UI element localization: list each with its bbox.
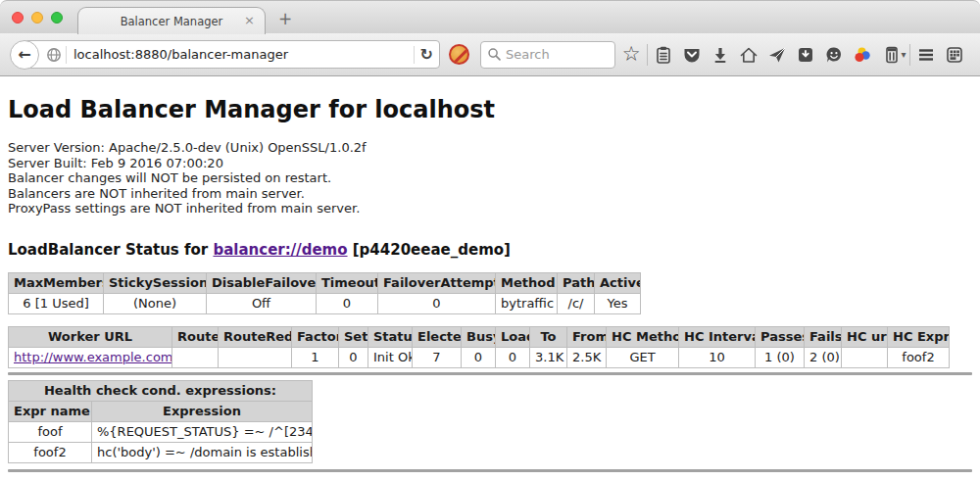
back-button[interactable]: ←	[10, 40, 39, 70]
colored-dots-extension-icon[interactable]	[850, 42, 875, 68]
close-window-button[interactable]	[12, 12, 24, 24]
bookmark-star-icon[interactable]: ☆	[618, 42, 644, 68]
status-heading-prefix: LoadBalancer Status for	[8, 241, 213, 259]
column-header: HC uri	[842, 326, 888, 347]
column-header: To	[530, 326, 567, 347]
tab-balancer-manager[interactable]: Balancer Manager ×	[77, 7, 266, 34]
table-header-row: MaxMembers StickySession DisableFailover…	[9, 272, 641, 293]
toolbar-divider	[909, 44, 910, 66]
table-header-row: Worker URL Route RouteRedir Factor Set S…	[9, 326, 950, 347]
cell-factor: 1	[292, 347, 339, 367]
column-header: Route	[172, 326, 219, 347]
column-header: Passes	[756, 326, 805, 347]
horizontal-rule	[8, 372, 972, 375]
balancer-demo-link[interactable]: balancer://demo	[213, 241, 347, 259]
proxypass-notice-line: ProxyPass settings are NOT inherited fro…	[8, 201, 980, 216]
column-header: Expr name	[9, 401, 92, 421]
traffic-lights	[12, 12, 63, 24]
site-identity-globe-icon[interactable]	[46, 47, 62, 63]
cell-expr-name: foof	[9, 421, 92, 442]
cell-set: 0	[339, 347, 368, 367]
cell-routeredir	[219, 347, 292, 367]
cell-hc-method: GET	[607, 347, 679, 367]
column-header: Factor	[292, 326, 339, 347]
search-icon[interactable]	[487, 47, 502, 62]
minimize-window-button[interactable]	[31, 12, 43, 24]
cell-status: Init Ok	[368, 347, 413, 367]
new-tab-button[interactable]: +	[278, 9, 292, 28]
column-header: Status	[368, 326, 413, 347]
hamburger-menu-icon[interactable]	[913, 42, 939, 68]
table-header-row: Expr name Expression	[9, 401, 313, 421]
reading-list-clipboard-icon[interactable]	[651, 42, 676, 68]
back-arrow-icon: ←	[18, 45, 30, 64]
cell-hc-expr: foof2	[888, 347, 950, 367]
cell-maxmembers: 6 [1 Used]	[9, 293, 104, 313]
column-header: Expression	[92, 401, 313, 421]
titlebar: Balancer Manager × +	[0, 0, 980, 33]
urlbar-divider	[66, 46, 67, 64]
download-box-extension-icon[interactable]	[793, 42, 818, 68]
url-input[interactable]: localhost:8880/balancer-manager	[74, 47, 408, 62]
cell-fails: 2 (0)	[805, 347, 842, 367]
balancers-notice-line: Balancers are NOT inherited from main se…	[8, 186, 980, 202]
cell-active: Yes	[595, 293, 641, 313]
table-title-row: Health check cond. expressions:	[9, 380, 313, 401]
cell-hc-uri	[842, 347, 888, 367]
cell-hc-interval: 10	[679, 347, 756, 367]
cell-elected: 7	[413, 347, 462, 367]
navigation-toolbar: ← localhost:8880/balancer-manager ↻ ☆	[0, 33, 980, 76]
worker-url-link[interactable]: http://www.example.com/	[14, 350, 172, 364]
grid-extension-icon[interactable]	[942, 42, 967, 68]
table-row: foof2 hc('body') =~ /domain is establish…	[9, 442, 313, 462]
url-bar[interactable]: localhost:8880/balancer-manager ↻	[24, 40, 440, 69]
column-header: Fails	[805, 326, 842, 347]
chevron-down-icon[interactable]: ▾	[902, 49, 906, 60]
persist-notice-line: Balancer changes will NOT be persisted o…	[8, 170, 980, 186]
table-row: 6 [1 Used] (None) Off 0 0 bytraffic /c/ …	[9, 293, 641, 313]
health-check-table: Health check cond. expressions: Expr nam…	[8, 380, 313, 463]
search-bar[interactable]	[480, 41, 615, 69]
column-header: Set	[339, 326, 368, 347]
column-header: FailoverAttempts	[378, 272, 496, 293]
column-header: Path	[558, 272, 595, 293]
health-table-title: Health check cond. expressions:	[9, 380, 313, 401]
loadbalancer-status-heading: LoadBalancer Status for balancer://demo …	[8, 241, 980, 259]
cell-worker-url: http://www.example.com/	[9, 347, 172, 367]
page-title: Load Balancer Manager for localhost	[8, 96, 980, 123]
send-plane-icon[interactable]	[764, 42, 790, 68]
toolbar-icons: ☆	[615, 33, 970, 75]
content-blocked-icon[interactable]	[449, 44, 469, 65]
server-info: Server Version: Apache/2.5.0-dev (Unix) …	[8, 140, 980, 216]
column-header: MaxMembers	[9, 272, 104, 293]
tab-title: Balancer Manager	[121, 15, 223, 28]
reload-button[interactable]: ↻	[420, 47, 433, 63]
column-header: Busy	[462, 326, 496, 347]
column-header: DisableFailover	[207, 272, 317, 293]
horizontal-rule-bottom	[8, 469, 972, 472]
cell-busy: 0	[462, 347, 496, 367]
column-header: Load	[496, 326, 530, 347]
cell-expression: %{REQUEST_STATUS} =~ /^[234]/	[92, 421, 313, 442]
tab-close-icon[interactable]: ×	[244, 13, 255, 27]
home-icon[interactable]	[736, 42, 761, 68]
status-heading-suffix: [p4420eeae_demo]	[348, 241, 511, 259]
urlbar-divider	[414, 46, 415, 64]
pocket-icon[interactable]	[679, 42, 705, 68]
column-header: Worker URL	[9, 326, 172, 347]
column-header: HC Method	[607, 326, 679, 347]
cell-expr-name: foof2	[9, 442, 92, 462]
chat-smiley-icon[interactable]	[821, 42, 847, 68]
column-header: StickySession	[104, 272, 207, 293]
table-row: http://www.example.com/ 1 0 Init Ok 7 0 …	[9, 347, 950, 367]
download-icon[interactable]	[708, 42, 733, 68]
browser-window: Balancer Manager × + ← localhost:8880/ba…	[0, 0, 980, 481]
table-row: foof %{REQUEST_STATUS} =~ /^[234]/	[9, 421, 313, 442]
cell-passes: 1 (0)	[756, 347, 805, 367]
cell-to: 3.1K	[530, 347, 567, 367]
search-input[interactable]	[506, 47, 604, 62]
column-header: Timeout	[317, 272, 378, 293]
cell-route	[172, 347, 219, 367]
column-header: Active	[595, 272, 641, 293]
zoom-window-button[interactable]	[51, 12, 63, 24]
